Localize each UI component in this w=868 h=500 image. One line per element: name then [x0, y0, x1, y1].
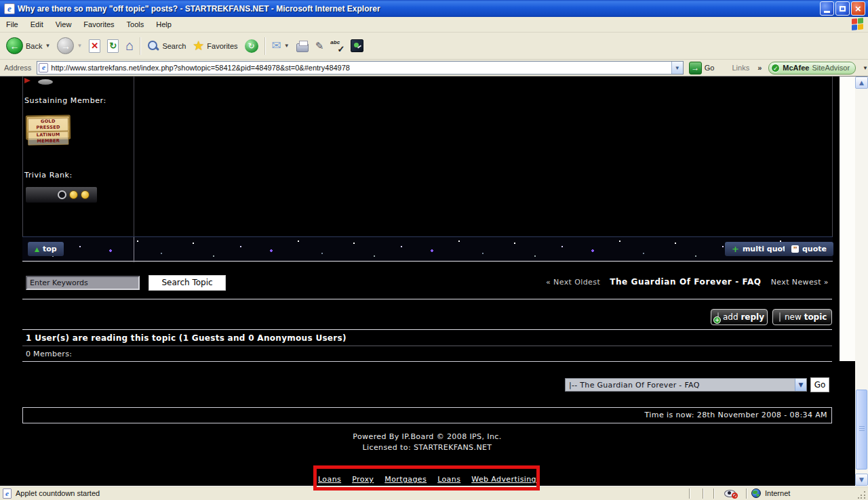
quote-label: quote [802, 245, 827, 253]
badge-line1: GOLD PRESSED [28, 118, 68, 132]
topic-title: The Guardian Of Forever - FAQ [610, 277, 762, 287]
links-label[interactable]: Links [732, 64, 750, 72]
add-reply-icon [717, 312, 719, 322]
standard-toolbar: ← Back ▼ → ▼ ✕ ↻ ⌂ Search ★ Favorites ↻ [0, 33, 868, 60]
edit-button[interactable]: ✎ [312, 35, 328, 58]
divider [22, 329, 832, 330]
forward-button[interactable]: → ▼ [54, 35, 85, 58]
status-page-icon: e [3, 488, 12, 499]
search-topic-button[interactable]: Search Topic [149, 275, 226, 291]
menu-favorites[interactable]: Favorites [77, 18, 120, 31]
siteadvisor-dropdown-icon[interactable]: ▼ [863, 65, 868, 71]
top-label: top [43, 245, 57, 253]
stop-button[interactable]: ✕ [85, 35, 104, 58]
trivia-rank-label: Trivia Rank: [24, 171, 73, 180]
new-topic-button[interactable]: new topic [772, 309, 832, 325]
ie-page-icon: e [39, 63, 48, 72]
menu-tools[interactable]: Tools [121, 18, 151, 31]
menu-edit[interactable]: Edit [24, 18, 50, 31]
scroll-down-icon[interactable]: ▼ [855, 474, 868, 486]
quote-button[interactable]: ” quote [785, 242, 833, 256]
rank-pip-icon [58, 190, 66, 199]
keywords-input[interactable] [26, 276, 140, 290]
next-oldest-link[interactable]: « Next Oldest [546, 278, 600, 287]
home-button[interactable]: ⌂ [122, 35, 137, 58]
up-arrow-icon: ▲ [35, 246, 39, 253]
address-dropdown-icon[interactable]: ▼ [671, 62, 683, 74]
forum-jump-select[interactable]: |-- The Guardian Of Forever - FAQ ▼ [565, 378, 807, 392]
windows-logo-icon [852, 18, 864, 31]
favorites-button[interactable]: ★ Favorites [189, 35, 241, 58]
statusbar-separator [689, 488, 690, 499]
address-input[interactable] [51, 62, 671, 73]
annotation-highlight-box [313, 465, 540, 491]
history-button[interactable]: ↻ [241, 35, 262, 58]
select-dropdown-icon[interactable]: ▼ [795, 379, 806, 391]
users-reading-text: 1 User(s) are reading this topic (1 Gues… [26, 333, 347, 343]
new-word: new [785, 312, 802, 322]
home-icon: ⌂ [125, 38, 134, 54]
spellcheck-button[interactable]: abc✓ [327, 35, 347, 58]
close-button[interactable]: × [851, 1, 865, 16]
favorites-star-icon: ★ [193, 39, 204, 52]
mail-button[interactable]: ✉ ▼ [269, 35, 293, 58]
favorites-label: Favorites [207, 42, 237, 50]
privacy-report-pane[interactable] [715, 489, 746, 497]
scroll-up-icon[interactable]: ▲ [855, 77, 868, 89]
scrollbar-thumb[interactable] [856, 390, 867, 470]
forum-jump-go-button[interactable]: Go [810, 377, 829, 392]
restore-button[interactable] [835, 1, 850, 16]
siteadvisor-check-icon: ✓ [771, 64, 780, 72]
divider [22, 299, 832, 299]
menu-file[interactable]: File [0, 18, 24, 31]
add-reply-button[interactable]: add reply [711, 309, 768, 325]
mcafee-brand: McAfee [783, 64, 809, 72]
go-button[interactable]: → Go [689, 62, 715, 75]
links-overflow-icon[interactable]: » [757, 64, 762, 72]
address-combo[interactable]: e ▼ [37, 61, 683, 75]
back-button[interactable]: ← Back ▼ [3, 35, 54, 58]
edit-icon: ✎ [315, 40, 324, 52]
member-pin-icon [38, 79, 53, 85]
history-icon: ↻ [245, 39, 258, 53]
ie-logo-icon: e [4, 3, 15, 14]
messenger-icon [351, 39, 363, 52]
new-topic-icon [779, 312, 781, 322]
powered-by-text: Powered By IP.Board © 2008 IPS, Inc. [22, 432, 832, 441]
mail-icon: ✉ [272, 39, 281, 53]
next-newest-link[interactable]: Next Newest » [771, 278, 829, 287]
strip-divider [134, 237, 134, 262]
address-label: Address [0, 64, 37, 72]
page-viewport: Sustaining Member: GOLD PRESSED LATINUM … [0, 77, 868, 486]
topic-word: topic [804, 312, 827, 322]
mail-dropdown-icon[interactable]: ▼ [284, 43, 290, 49]
refresh-button[interactable]: ↻ [104, 35, 122, 58]
sustaining-member-label: Sustaining Member: [24, 96, 106, 105]
members-text: 0 Members: [26, 350, 72, 358]
table-border [832, 77, 833, 262]
badge-line2: LATINUM MEMBER [28, 131, 68, 146]
add-word: add [723, 312, 738, 322]
minimize-button[interactable] [820, 1, 834, 16]
menu-help[interactable]: Help [150, 18, 178, 31]
plus-icon: + [732, 245, 739, 253]
window-title: Why are there so many "off topic" posts?… [18, 4, 818, 14]
resize-grip[interactable] [854, 486, 868, 500]
post-footer-strip: ▲ top + multi quote ” quote [22, 236, 833, 262]
top-button[interactable]: ▲ top [28, 242, 64, 256]
go-arrow-icon: → [689, 62, 702, 75]
menu-view[interactable]: View [50, 18, 78, 31]
vertical-scrollbar[interactable]: ▲ ▼ [855, 77, 868, 486]
search-icon [147, 40, 159, 52]
zone-label: Internet [765, 489, 790, 497]
back-dropdown-icon[interactable]: ▼ [45, 43, 50, 49]
quote-icon: ” [791, 245, 799, 253]
print-button[interactable] [293, 35, 312, 58]
mcafee-siteadvisor-button[interactable]: ✓ McAfee SiteAdvisor [768, 62, 856, 75]
table-column-divider [134, 77, 134, 262]
messenger-button[interactable] [347, 35, 367, 58]
search-button[interactable]: Search [144, 35, 189, 58]
time-now-box: Time is now: 28th November 2008 - 08:34 … [22, 407, 832, 423]
ie-window: e Why are there so many "off topic" post… [0, 0, 868, 500]
spellcheck-icon: abc✓ [330, 39, 344, 53]
